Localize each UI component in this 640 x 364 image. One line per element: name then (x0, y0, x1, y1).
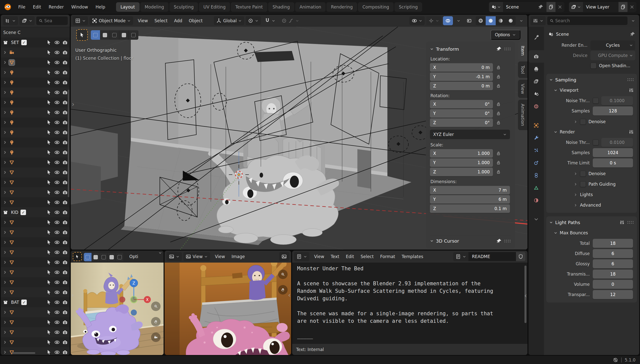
hide-in-viewport-icon[interactable] (54, 159, 60, 166)
workspace-tab[interactable]: Shading (268, 2, 294, 12)
properties-search-input[interactable] (555, 18, 625, 23)
toolbar-expand-arrow[interactable]: › (72, 102, 74, 107)
selectable-toggle-icon[interactable] (46, 219, 52, 226)
zoom-gizmo-button[interactable] (278, 270, 288, 279)
hide-in-viewport-icon[interactable] (54, 39, 60, 46)
expand-icon[interactable] (3, 130, 7, 135)
light-paths-panel-header[interactable]: Light Paths (548, 217, 635, 228)
advanced-row[interactable]: Advanced (548, 200, 635, 210)
outliner-row[interactable] (1, 307, 70, 317)
hide-in-viewport-icon[interactable] (54, 259, 60, 266)
shading-dropdown[interactable] (517, 16, 525, 25)
workspace-tab[interactable]: Rendering (326, 2, 357, 12)
text-editor-menu-item[interactable]: Format (377, 254, 398, 259)
scale-field[interactable]: Y1.000 (430, 158, 493, 167)
hide-in-viewport-icon[interactable] (54, 169, 60, 176)
expand-icon[interactable] (3, 100, 7, 105)
editor-type-button[interactable] (530, 16, 546, 25)
outliner-row[interactable] (1, 347, 70, 355)
workspace-tab[interactable]: Texture Paint (231, 2, 267, 12)
pan-gizmo-button[interactable] (278, 285, 288, 294)
selectable-toggle-icon[interactable] (46, 229, 52, 236)
rail-overflow-chevron[interactable] (528, 213, 544, 226)
disable-in-render-icon[interactable] (62, 129, 68, 136)
shading-solid-button[interactable] (486, 16, 496, 25)
selectable-toggle-icon[interactable] (46, 349, 52, 355)
expand-icon[interactable] (3, 250, 7, 254)
outliner-row[interactable]: Scene C (1, 28, 70, 38)
rotation-mode-dropdown[interactable]: XYZ Euler (430, 130, 510, 139)
hide-in-viewport-icon[interactable] (54, 239, 60, 246)
hide-in-viewport-icon[interactable] (54, 269, 60, 276)
workspace-tab[interactable]: Sculpting (169, 2, 198, 12)
open-shading-checkbox[interactable] (590, 63, 596, 69)
expand-icon[interactable] (3, 90, 7, 95)
tab-scene[interactable] (528, 88, 544, 100)
render-engine-dropdown[interactable]: Cycles (590, 40, 635, 50)
topbar-menu-item[interactable]: Help (92, 2, 109, 12)
expand-icon[interactable] (3, 180, 7, 184)
shading-wireframe-button[interactable] (476, 16, 486, 25)
tab-particles[interactable] (528, 144, 544, 157)
pivot-point-dropdown[interactable] (246, 16, 261, 25)
outliner-row[interactable] (1, 78, 70, 88)
bounce-field[interactable]: 12 (593, 290, 633, 299)
lock-icon[interactable] (496, 151, 501, 156)
disable-in-render-icon[interactable] (62, 229, 68, 236)
hide-in-viewport-icon[interactable] (54, 199, 60, 206)
selectable-toggle-icon[interactable] (46, 339, 52, 346)
pin-icon[interactable] (630, 32, 635, 37)
disable-in-render-icon[interactable] (62, 139, 68, 146)
expand-icon[interactable] (3, 340, 7, 344)
overlays-dropdown[interactable] (454, 16, 463, 25)
tab-object[interactable] (528, 119, 544, 132)
lock-icon[interactable] (496, 102, 501, 107)
outliner-row[interactable] (1, 158, 70, 168)
outliner-item-label[interactable]: KID (10, 210, 19, 215)
shading-rendered-button[interactable] (506, 16, 516, 25)
hide-in-viewport-icon[interactable] (54, 219, 60, 226)
bounce-field[interactable]: 6 (593, 249, 633, 258)
expand-icon[interactable] (3, 60, 7, 65)
text-content[interactable]: Monster Under The BedA scene to showcase… (292, 262, 527, 342)
select-extend-button[interactable] (92, 253, 100, 261)
viewport-menu-item[interactable]: Select (151, 18, 171, 23)
outliner-row[interactable] (1, 277, 70, 287)
location-field[interactable]: Y-0.1 m (430, 72, 493, 81)
noise-threshold-checkbox[interactable] (593, 98, 599, 104)
disable-in-render-icon[interactable] (62, 149, 68, 156)
select-extend-button[interactable] (100, 30, 110, 40)
tab-modifiers[interactable] (528, 132, 544, 144)
hide-in-viewport-icon[interactable] (54, 129, 60, 136)
preset-sliders-icon[interactable] (628, 88, 634, 93)
mode-dropdown[interactable]: Object Mode (90, 16, 133, 25)
outliner-row[interactable] (1, 287, 70, 297)
register-shield-icon[interactable] (516, 252, 525, 261)
select-box-button[interactable] (84, 253, 92, 261)
outliner-row[interactable] (1, 327, 70, 337)
outliner-row[interactable]: SET (1, 38, 70, 48)
select-invert-button[interactable] (119, 30, 129, 40)
properties-filter-dropdown[interactable] (629, 16, 637, 25)
workspace-tab[interactable]: Scripting (394, 2, 422, 12)
denoise-checkbox[interactable] (580, 171, 586, 177)
gizmos-dropdown[interactable] (426, 16, 441, 25)
disable-in-render-icon[interactable] (62, 189, 68, 196)
text-editor-menu-item[interactable]: Edit (343, 254, 357, 259)
disable-in-render-icon[interactable] (62, 49, 68, 56)
render-subpanel-header[interactable]: Render (548, 127, 635, 137)
disable-in-render-icon[interactable] (62, 289, 68, 296)
disable-in-render-icon[interactable] (62, 99, 68, 106)
hide-in-viewport-icon[interactable] (54, 309, 60, 316)
location-field[interactable]: X0 m (430, 63, 493, 72)
tab-object-data[interactable] (528, 182, 544, 194)
dimension-field[interactable]: Z0.1 m (430, 204, 510, 213)
select-intersect-button[interactable] (129, 30, 138, 40)
hide-in-viewport-icon[interactable] (54, 69, 60, 76)
topbar-menu-item[interactable]: File (15, 2, 29, 12)
lock-icon[interactable] (496, 111, 501, 116)
selectable-toggle-icon[interactable] (46, 49, 52, 56)
proportional-editing-toggle[interactable] (279, 16, 301, 25)
tab-view-layer[interactable] (528, 75, 544, 88)
sampling-panel-header[interactable]: Sampling (548, 74, 635, 85)
